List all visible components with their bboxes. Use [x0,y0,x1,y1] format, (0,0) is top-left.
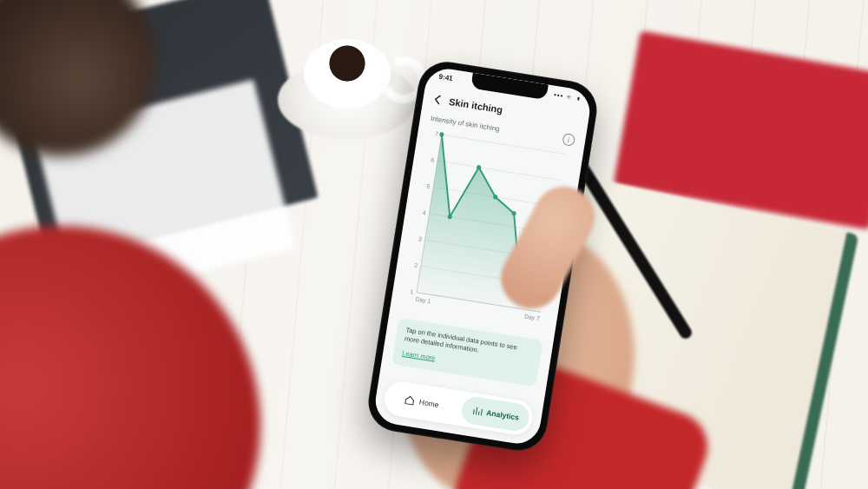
svg-text:Day 1: Day 1 [415,295,431,305]
svg-text:6: 6 [431,156,435,163]
status-indicators: ••• ᯤ ▮ [554,91,582,103]
info-icon[interactable]: i [562,133,575,147]
tab-home-label: Home [418,398,439,409]
tab-analytics[interactable]: Analytics [460,395,531,433]
svg-text:7: 7 [435,130,439,137]
svg-text:Day 7: Day 7 [524,313,541,322]
svg-text:2: 2 [414,262,418,269]
svg-line-10 [437,161,562,181]
status-time: 9:41 [438,73,453,83]
svg-text:3: 3 [418,235,423,242]
scene-photo: 9:41 ••• ᯤ ▮ Skin itching Intensity of s… [0,0,868,489]
svg-text:1: 1 [410,288,414,295]
svg-text:4: 4 [422,209,426,216]
tip-learn-more-link[interactable]: Learn more [402,349,436,362]
tab-analytics-label: Analytics [486,408,520,422]
analytics-icon [471,405,483,417]
home-icon [404,394,416,406]
chart-point[interactable] [439,132,444,137]
page-title: Skin itching [448,96,503,116]
tab-home[interactable]: Home [386,383,457,421]
back-icon[interactable] [431,93,445,107]
coffee-cup [278,26,417,130]
svg-text:5: 5 [426,183,431,190]
